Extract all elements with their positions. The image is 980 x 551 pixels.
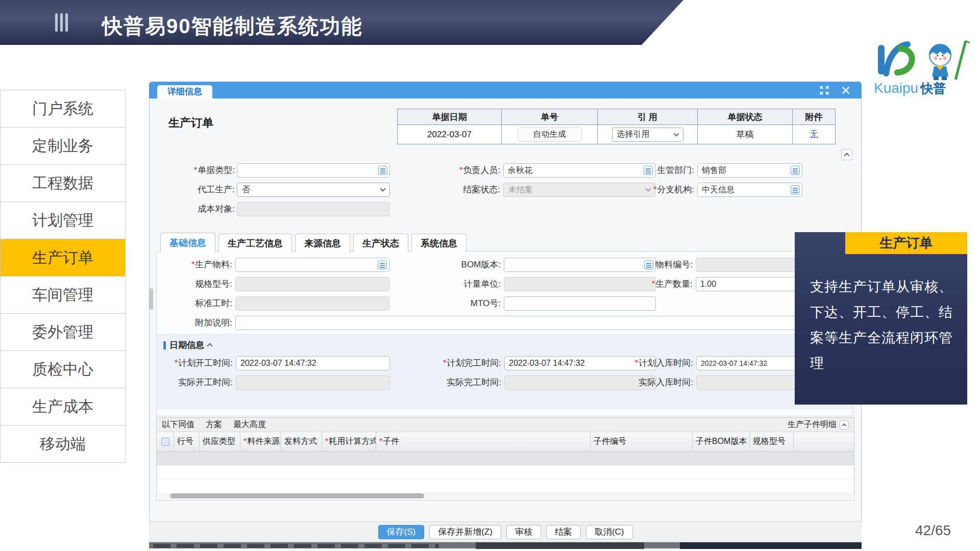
sidebar-item-production-cost[interactable]: 生产成本 [0, 388, 126, 425]
sidebar-item-engineering-data[interactable]: 工程数据 [0, 164, 126, 202]
mto-no-input[interactable] [504, 296, 656, 311]
chevron-up-icon [842, 423, 846, 428]
lookup-icon[interactable] [791, 166, 800, 175]
actual-start-field [236, 375, 390, 390]
material-input[interactable] [235, 258, 389, 272]
plan-finish-label: *计划完工时间: [426, 356, 501, 370]
plan-instock-input[interactable] [696, 356, 801, 370]
collapse-header-button[interactable] [841, 149, 852, 160]
sidebar-item-plan-management[interactable]: 计划管理 [0, 202, 126, 239]
oem-select[interactable]: 否 [237, 183, 390, 197]
toolbar-link-scheme[interactable]: 方案 [206, 419, 222, 430]
brand-name-cn: 快普 [920, 80, 946, 97]
doc-number-cell: 自动生成 [502, 125, 598, 144]
required-marker: * [175, 358, 178, 368]
chevron-down-icon [673, 131, 679, 136]
mto-no-label: MTO号: [425, 296, 501, 311]
tab-production-status[interactable]: 生产状态 [353, 234, 408, 252]
remark-input[interactable] [235, 316, 848, 330]
branch-input[interactable] [697, 183, 802, 197]
qty-input[interactable] [696, 277, 801, 291]
slide: 快普易90智能制造系统功能 Kuaipu 快普 门户系统 [0, 0, 980, 551]
col-child-item-no: 子件编号 [591, 432, 693, 451]
lookup-icon[interactable] [378, 260, 387, 269]
material-field [235, 258, 389, 272]
sidebar-item-portal[interactable]: 门户系统 [0, 90, 126, 128]
dept-label: 生管部门: [617, 163, 694, 178]
col-reference: 引 用 [598, 109, 698, 125]
collapse-subtable-button[interactable] [840, 420, 849, 430]
plan-instock-label: *计划入库时间: [616, 356, 693, 370]
audit-button[interactable]: 审核 [506, 525, 541, 539]
doc-number-chip: 自动生成 [518, 127, 582, 142]
cost-object-label: 成本对象: [159, 202, 235, 216]
spec-field [235, 277, 389, 291]
cost-object-field [237, 202, 390, 216]
save-and-new-button[interactable]: 保存并新增(Z) [429, 525, 501, 539]
sidebar-item-quality-center[interactable]: 质检中心 [0, 350, 126, 388]
material-no-label: 物料编号: [615, 258, 693, 272]
reference-select-value: 选择引用 [617, 129, 650, 140]
actual-instock-label: 实际入库时间: [616, 375, 693, 390]
maximize-icon[interactable] [819, 85, 830, 96]
close-icon[interactable] [840, 85, 851, 96]
doc-header-row: 单据日期 单号 引 用 单据状态 附件 [398, 109, 835, 125]
footer-strip-tabs [153, 544, 439, 548]
vertical-scrollbar-thumb[interactable] [150, 288, 153, 310]
required-marker: * [652, 279, 655, 289]
date-section-header[interactable]: 日期信息 [163, 339, 212, 351]
actual-start-input [236, 375, 390, 390]
sidebar-item-mobile[interactable]: 移动端 [0, 425, 126, 463]
col-issue-method: 发料方式 [281, 432, 322, 451]
mto-no-field [504, 296, 656, 311]
doc-header-table: 单据日期 单号 引 用 单据状态 附件 2022-03-07 自动生成 选择引用… [397, 109, 836, 144]
select-all-checkbox[interactable] [161, 438, 169, 446]
section-bar-icon [163, 341, 166, 349]
scrollbar-thumb[interactable] [170, 493, 424, 498]
tab-source-info[interactable]: 来源信息 [295, 234, 350, 252]
required-marker: * [191, 260, 195, 269]
std-hours-input [235, 296, 389, 311]
plan-start-input[interactable] [236, 356, 390, 370]
chevron-down-icon [380, 186, 385, 191]
subtable-title: 生产子件明细 [788, 419, 849, 430]
required-marker: * [243, 437, 247, 446]
child-items-table: 以下同值 方案 最大高度 生产子件明细 行号 供应类型 [156, 417, 854, 500]
close-case-button[interactable]: 结案 [546, 525, 581, 539]
footer-strip-right [680, 542, 862, 549]
doc-type-field [237, 163, 390, 178]
attachment-link[interactable]: 无 [810, 129, 818, 140]
material-no-input [696, 258, 801, 272]
sidebar-item-outsourcing-management[interactable]: 委外管理 [0, 313, 126, 351]
sidebar: 门户系统 定制业务 工程数据 计划管理 生产订单 车间管理 委外管理 质检中心 … [0, 90, 126, 463]
date-section-title: 日期信息 [169, 339, 204, 351]
toolbar-link-same-value[interactable]: 以下同值 [162, 419, 194, 430]
qty-field [696, 277, 801, 291]
sidebar-item-production-order[interactable]: 生产订单 [0, 239, 126, 277]
actual-finish-label: 实际完工时间: [426, 375, 501, 390]
dept-input[interactable] [697, 163, 802, 178]
reference-cell: 选择引用 [598, 125, 698, 144]
lookup-icon[interactable] [791, 185, 800, 194]
table-row[interactable] [157, 466, 854, 479]
tab-detail-info[interactable]: 详细信息 [157, 85, 212, 98]
tab-system-info[interactable]: 系统信息 [411, 234, 467, 252]
cancel-button[interactable]: 取消(C) [586, 525, 633, 539]
save-button[interactable]: 保存(S) [378, 525, 425, 539]
lookup-icon[interactable] [378, 166, 387, 175]
sidebar-item-custom-business[interactable]: 定制业务 [0, 127, 126, 165]
col-supply-type: 供应类型 [200, 432, 240, 451]
sidebar-item-workshop-management[interactable]: 车间管理 [0, 276, 126, 314]
horizontal-scrollbar[interactable] [158, 493, 853, 499]
info-panel-description: 支持生产订单从审核、下达、开工、停工、结案等生产全流程闭环管理 [810, 274, 960, 376]
tab-basic-info[interactable]: 基础信息 [160, 233, 215, 252]
table-row[interactable] [157, 452, 854, 466]
reference-select[interactable]: 选择引用 [612, 128, 683, 142]
toolbar-link-max-height[interactable]: 最大高度 [233, 419, 266, 430]
window-footer: 保存(S) 保存并新增(Z) 审核 结案 取消(C) [149, 521, 862, 542]
required-marker: * [459, 165, 463, 175]
doc-status-value: 草稿 [698, 125, 793, 144]
page-number: 42/65 [915, 522, 951, 539]
doc-type-input[interactable] [237, 163, 390, 178]
tab-process-info[interactable]: 生产工艺信息 [218, 234, 292, 252]
